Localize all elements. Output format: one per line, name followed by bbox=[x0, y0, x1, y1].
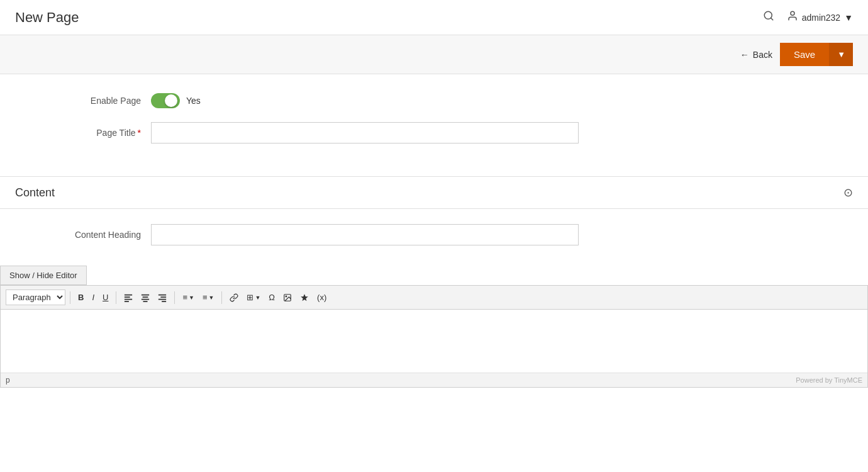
main-content: Enable Page Yes Page Title* Content ⊙ bbox=[0, 74, 868, 388]
format-group: Paragraph bbox=[6, 289, 66, 305]
user-name-label: admin232 bbox=[802, 13, 841, 23]
ordered-list-button[interactable]: ≡▼ bbox=[199, 290, 218, 305]
toolbar-sep-1 bbox=[70, 291, 70, 304]
editor-body[interactable] bbox=[1, 310, 867, 373]
form-section: Enable Page Yes Page Title* bbox=[0, 93, 868, 170]
user-dropdown-icon: ▼ bbox=[844, 13, 853, 23]
enable-page-label: Enable Page bbox=[50, 96, 151, 106]
link-button[interactable] bbox=[226, 291, 242, 305]
image-button[interactable] bbox=[279, 291, 296, 305]
enable-page-value: Yes bbox=[186, 96, 201, 106]
align-right-button[interactable] bbox=[154, 291, 170, 305]
content-collapse-button[interactable]: ⊙ bbox=[843, 186, 853, 199]
insert-group: ⊞▼ Ω (x) bbox=[226, 290, 330, 305]
bold-button[interactable]: B bbox=[74, 290, 87, 305]
enable-page-toggle-wrapper: Yes bbox=[151, 93, 201, 108]
save-chevron-icon: ▼ bbox=[837, 50, 845, 59]
content-heading-label: Content Heading bbox=[50, 230, 151, 240]
page-header: New Page admin232 ▼ bbox=[0, 0, 868, 35]
content-section-header: Content ⊙ bbox=[0, 176, 868, 209]
svg-rect-8 bbox=[143, 296, 148, 298]
svg-rect-3 bbox=[125, 294, 132, 295]
collapse-icon: ⊙ bbox=[843, 186, 853, 199]
svg-rect-12 bbox=[161, 296, 167, 298]
align-group bbox=[120, 291, 170, 305]
svg-marker-17 bbox=[301, 294, 308, 301]
page-title-label: Page Title* bbox=[50, 128, 151, 138]
page-title-row: Page Title* bbox=[50, 122, 818, 143]
svg-rect-9 bbox=[142, 298, 149, 300]
text-format-group: B I U bbox=[74, 290, 112, 305]
svg-rect-7 bbox=[142, 294, 149, 295]
editor-path: p bbox=[6, 376, 10, 385]
paragraph-select[interactable]: Paragraph bbox=[6, 289, 65, 305]
enable-page-row: Enable Page Yes bbox=[50, 93, 818, 108]
svg-rect-4 bbox=[125, 296, 130, 298]
unordered-list-button[interactable]: ≡▼ bbox=[179, 290, 198, 305]
powered-by-label: Powered by TinyMCE bbox=[796, 376, 862, 384]
header-right: admin232 ▼ bbox=[760, 8, 853, 27]
align-left-button[interactable] bbox=[120, 291, 136, 305]
action-toolbar: ← Back Save ▼ bbox=[0, 35, 868, 74]
content-section-title: Content bbox=[15, 186, 55, 199]
list-group: ≡▼ ≡▼ bbox=[179, 290, 218, 305]
search-icon[interactable] bbox=[760, 8, 777, 27]
toolbar-sep-4 bbox=[221, 291, 222, 304]
toolbar-sep-3 bbox=[174, 291, 175, 304]
editor-wrapper: Paragraph B I U bbox=[0, 285, 868, 388]
save-button[interactable]: Save bbox=[780, 43, 829, 66]
required-star: * bbox=[138, 128, 141, 138]
show-hide-wrapper: Show / Hide Editor bbox=[0, 259, 868, 285]
user-icon bbox=[787, 10, 798, 25]
content-heading-row: Content Heading bbox=[50, 224, 818, 245]
show-hide-editor-button[interactable]: Show / Hide Editor bbox=[0, 266, 87, 285]
table-button[interactable]: ⊞▼ bbox=[243, 290, 264, 305]
code-button[interactable]: (x) bbox=[313, 290, 330, 305]
editor-footer: p Powered by TinyMCE bbox=[1, 373, 867, 387]
editor-toolbar: Paragraph B I U bbox=[1, 286, 867, 310]
enable-page-toggle[interactable] bbox=[151, 93, 180, 108]
underline-button[interactable]: U bbox=[99, 290, 112, 305]
user-menu[interactable]: admin232 ▼ bbox=[787, 10, 853, 25]
toolbar-sep-2 bbox=[116, 291, 116, 304]
toggle-thumb bbox=[165, 94, 177, 107]
svg-line-1 bbox=[771, 18, 772, 20]
back-button[interactable]: ← Back bbox=[740, 50, 772, 60]
save-dropdown-button[interactable]: ▼ bbox=[829, 43, 853, 66]
align-center-button[interactable] bbox=[137, 291, 153, 305]
special-char-button[interactable]: Ω bbox=[265, 290, 279, 305]
italic-button[interactable]: I bbox=[88, 290, 98, 305]
embed-button[interactable] bbox=[296, 291, 313, 305]
content-section-body: Content Heading bbox=[0, 209, 868, 245]
save-button-group: Save ▼ bbox=[780, 43, 853, 66]
svg-point-16 bbox=[286, 296, 287, 297]
svg-rect-13 bbox=[159, 298, 166, 300]
svg-rect-11 bbox=[159, 294, 166, 295]
svg-rect-5 bbox=[125, 298, 132, 300]
svg-point-2 bbox=[791, 11, 794, 15]
svg-rect-14 bbox=[162, 301, 167, 302]
back-label: Back bbox=[753, 50, 772, 60]
back-arrow-icon: ← bbox=[740, 50, 749, 60]
page-title-input[interactable] bbox=[151, 122, 579, 143]
content-heading-input[interactable] bbox=[151, 224, 579, 245]
svg-rect-6 bbox=[125, 301, 129, 302]
page-title: New Page bbox=[15, 9, 79, 26]
svg-rect-10 bbox=[143, 301, 148, 302]
